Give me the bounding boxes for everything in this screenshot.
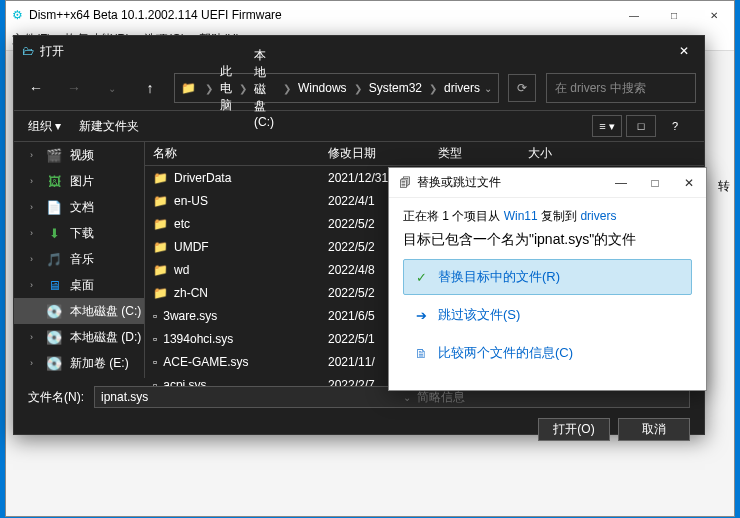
file-name: ▫ACE-GAME.sys (145, 355, 320, 369)
sidebar-item[interactable]: ›🎵音乐 (14, 246, 144, 272)
replace-option[interactable]: 🗎比较两个文件的信息(C) (403, 335, 692, 371)
drive-icon: 🎵 (46, 252, 62, 267)
breadcrumb-item[interactable]: System32 (365, 81, 426, 95)
open-button[interactable]: 打开(O) (538, 418, 610, 441)
option-icon: 🗎 (412, 346, 430, 361)
open-close-button[interactable]: ✕ (664, 36, 704, 66)
drive-icon: 🖼 (46, 174, 62, 189)
breadcrumb-item[interactable]: 本地磁盘 (C:) (250, 47, 280, 129)
col-type[interactable]: 类型 (430, 145, 520, 162)
option-label: 跳过该文件(S) (438, 306, 520, 324)
app-icon: ⚙ (12, 8, 23, 22)
replace-close-button[interactable]: ✕ (672, 169, 706, 197)
sidebar-item-label: 音乐 (70, 251, 94, 268)
replace-option[interactable]: ✓替换目标中的文件(R) (403, 259, 692, 295)
folder-icon: 📁 (181, 81, 196, 95)
sidebar-item-label: 图片 (70, 173, 94, 190)
file-icon: ▫ (153, 309, 157, 323)
file-name: 📁UMDF (145, 240, 320, 254)
sidebar: ›🎬视频›🖼图片›📄文档›⬇下载›🎵音乐›🖥桌面💽本地磁盘 (C:)›💽本地磁盘… (14, 142, 144, 378)
file-name: 📁etc (145, 217, 320, 231)
chevron-icon: › (30, 228, 38, 238)
chevron-down-icon: ⌄ (403, 392, 411, 403)
nav-back-button[interactable]: ← (22, 74, 50, 102)
preview-button[interactable]: □ (626, 115, 656, 137)
chevron-down-icon[interactable]: ⌄ (484, 83, 492, 94)
open-title: 打开 (40, 43, 664, 60)
sidebar-item-label: 视频 (70, 147, 94, 164)
new-folder-button[interactable]: 新建文件夹 (79, 118, 139, 135)
sidebar-item[interactable]: ›💽办公 (F:) (14, 376, 144, 378)
copy-icon: 🗐 (399, 176, 411, 190)
sidebar-item[interactable]: 💽本地磁盘 (C:) (14, 298, 144, 324)
main-title: Dism++x64 Beta 10.1.2002.114 UEFI Firmwa… (29, 8, 614, 22)
breadcrumb-item[interactable]: 此电脑 (216, 63, 236, 114)
cancel-button[interactable]: 取消 (618, 418, 690, 441)
col-name[interactable]: 名称 (145, 145, 320, 162)
replace-option[interactable]: ➔跳过该文件(S) (403, 297, 692, 333)
drive-icon: 💽 (46, 330, 62, 345)
option-icon: ➔ (412, 308, 430, 323)
breadcrumb-item[interactable]: drivers (440, 81, 484, 95)
sidebar-item[interactable]: ›💽本地磁盘 (D:) (14, 324, 144, 350)
chevron-icon: › (30, 254, 38, 264)
maximize-button[interactable]: □ (654, 1, 694, 29)
replace-maximize-button[interactable]: □ (638, 169, 672, 197)
option-label: 替换目标中的文件(R) (438, 268, 560, 286)
sidebar-item[interactable]: ›🖼图片 (14, 168, 144, 194)
copy-src-link[interactable]: Win11 (504, 209, 538, 223)
sidebar-item[interactable]: ›⬇下载 (14, 220, 144, 246)
drive-icon: 💽 (46, 304, 62, 319)
close-button[interactable]: ✕ (694, 1, 734, 29)
search-placeholder: 在 drivers 中搜索 (555, 80, 646, 97)
sidebar-item-label: 新加卷 (E:) (70, 355, 129, 372)
breadcrumb[interactable]: 📁❯ 此电脑❯ 本地磁盘 (C:)❯ Windows❯ System32❯ dr… (174, 73, 499, 103)
open-icon: 🗁 (22, 44, 34, 58)
path-bar: ← → ⌄ ↑ 📁❯ 此电脑❯ 本地磁盘 (C:)❯ Windows❯ Syst… (14, 66, 704, 110)
folder-icon: 📁 (153, 217, 168, 231)
nav-forward-button[interactable]: → (60, 74, 88, 102)
view-button[interactable]: ≡ ▾ (592, 115, 622, 137)
drive-icon: 💽 (46, 356, 62, 371)
chevron-icon: › (30, 280, 38, 290)
breadcrumb-item[interactable]: Windows (294, 81, 351, 95)
replace-minimize-button[interactable]: — (604, 169, 638, 197)
chevron-icon: › (30, 202, 38, 212)
organize-button[interactable]: 组织 ▾ (28, 118, 61, 135)
sidebar-item[interactable]: ›🖥桌面 (14, 272, 144, 298)
nav-up-button[interactable]: ↑ (136, 74, 164, 102)
drive-icon: 🎬 (46, 148, 62, 163)
folder-icon: 📁 (153, 240, 168, 254)
open-toolbar: 组织 ▾ 新建文件夹 ≡ ▾ □ ? (14, 110, 704, 142)
less-info-toggle[interactable]: ⌄ 简略信息 (389, 383, 706, 412)
file-name: ▫3ware.sys (145, 309, 320, 323)
copying-text: 正在将 1 个项目从 Win11 复制到 drivers (403, 208, 692, 225)
sidebar-item[interactable]: ›🎬视频 (14, 142, 144, 168)
sidebar-item-label: 桌面 (70, 277, 94, 294)
main-titlebar: ⚙ Dism++x64 Beta 10.1.2002.114 UEFI Firm… (6, 1, 734, 29)
sidebar-item-label: 本地磁盘 (C:) (70, 303, 141, 320)
sidebar-item[interactable]: ›📄文档 (14, 194, 144, 220)
open-titlebar: 🗁 打开 ✕ (14, 36, 704, 66)
minimize-button[interactable]: — (614, 1, 654, 29)
replace-title: 替换或跳过文件 (417, 174, 604, 191)
search-input[interactable]: 在 drivers 中搜索 (546, 73, 696, 103)
folder-icon: 📁 (153, 194, 168, 208)
copy-dst-link[interactable]: drivers (580, 209, 616, 223)
chevron-icon: › (30, 358, 38, 368)
folder-icon: 📁 (153, 263, 168, 277)
nav-recent-button[interactable]: ⌄ (98, 74, 126, 102)
refresh-button[interactable]: ⟳ (508, 74, 536, 102)
col-size[interactable]: 大小 (520, 145, 580, 162)
sidebar-item-label: 文档 (70, 199, 94, 216)
folder-icon: 📁 (153, 171, 168, 185)
file-name: ▫1394ohci.sys (145, 332, 320, 346)
sidebar-item[interactable]: ›💽新加卷 (E:) (14, 350, 144, 376)
folder-icon: 📁 (153, 286, 168, 300)
file-icon: ▫ (153, 332, 157, 346)
help-button[interactable]: ? (660, 115, 690, 137)
chevron-icon: › (30, 150, 38, 160)
sidebar-item-label: 本地磁盘 (D:) (70, 329, 141, 346)
conflict-header: 目标已包含一个名为"ipnat.sys"的文件 (403, 231, 692, 249)
col-date[interactable]: 修改日期 (320, 145, 430, 162)
